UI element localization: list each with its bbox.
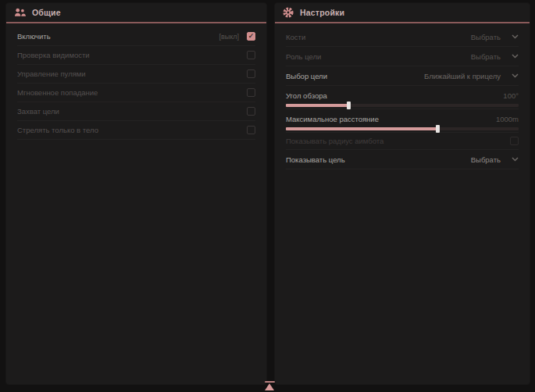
fov-slider[interactable] <box>286 104 519 107</box>
show-target-dropdown-value: Выбрать <box>471 155 501 164</box>
chevron-down-icon <box>512 157 519 162</box>
chevron-down-icon <box>512 73 519 78</box>
show-radius-checkbox[interactable]: ✓ <box>510 137 519 145</box>
settings-rows: Кости Выбрать Роль цели Выбрать Выбор це… <box>275 23 530 169</box>
checkmark-icon: ✓ <box>248 33 255 40</box>
fov-label: Угол обзора <box>286 91 327 100</box>
cursor-triangle <box>265 383 274 390</box>
row-instant-hit[interactable]: Мгновенное попадание ✓ <box>17 84 255 102</box>
up-arrow-cursor <box>262 381 276 390</box>
target-role-dropdown-value: Выбрать <box>471 52 501 61</box>
max-distance-value: 1000m <box>496 115 519 123</box>
panel-settings-title: Настройки <box>300 8 344 17</box>
row-show-radius[interactable]: Показывать радиус аимбота ✓ <box>286 133 519 150</box>
bones-label: Кости <box>286 33 305 41</box>
row-bones: Кости Выбрать <box>286 27 519 47</box>
chevron-down-icon <box>512 54 519 59</box>
row-body-only[interactable]: Стрелять только в тело ✓ <box>17 121 255 140</box>
row-enable[interactable]: Включить [выкл] ✓ <box>17 27 255 46</box>
instant-hit-label: Мгновенное попадание <box>17 88 98 97</box>
max-distance-label: Максимальное расстояние <box>286 115 379 123</box>
gear-icon <box>283 7 294 18</box>
row-target-role: Роль цели Выбрать <box>286 47 519 66</box>
visibility-check-label: Проверка видимости <box>17 51 90 59</box>
target-selection-dropdown-value: Ближайший к прицелу <box>424 72 501 80</box>
fov-value: 100° <box>503 91 519 100</box>
panel-general-title: Общие <box>32 8 61 17</box>
max-distance-slider-fill <box>286 127 437 130</box>
bullet-control-checkbox[interactable]: ✓ <box>247 69 255 78</box>
row-target-selection: Выбор цели Ближайший к прицелу <box>286 66 519 86</box>
show-target-dropdown[interactable]: Выбрать <box>471 155 519 164</box>
max-distance-slider[interactable] <box>286 127 519 130</box>
users-icon <box>14 8 26 17</box>
panel-settings: Настройки Кости Выбрать Роль цели Выбрат… <box>275 3 530 384</box>
enable-checkbox[interactable]: ✓ <box>247 32 255 41</box>
row-bullet-control[interactable]: Управление пулями ✓ <box>17 65 255 84</box>
panel-general: Общие Включить [выкл] ✓ Проверка видимос… <box>6 3 266 384</box>
row-show-target: Показывать цель Выбрать <box>286 150 519 169</box>
target-role-dropdown[interactable]: Выбрать <box>471 52 519 61</box>
max-distance-slider-thumb[interactable] <box>436 125 440 133</box>
bones-dropdown[interactable]: Выбрать <box>471 33 519 41</box>
row-max-distance: Максимальное расстояние 1000m <box>286 109 519 133</box>
target-lock-label: Захват цели <box>17 107 59 116</box>
bullet-control-label: Управление пулями <box>17 69 86 78</box>
chevron-down-icon <box>512 34 519 39</box>
cursor-line <box>265 381 275 383</box>
row-target-lock[interactable]: Захват цели ✓ <box>17 102 255 121</box>
show-target-label: Показывать цель <box>286 155 345 164</box>
visibility-check-checkbox[interactable]: ✓ <box>247 51 255 59</box>
panel-settings-header[interactable]: Настройки <box>275 3 530 23</box>
enable-label: Включить <box>17 32 51 41</box>
target-role-label: Роль цели <box>286 52 321 61</box>
show-radius-label: Показывать радиус аимбота <box>286 137 383 145</box>
fov-slider-fill <box>286 104 348 107</box>
bones-dropdown-value: Выбрать <box>471 33 501 41</box>
row-fov: Угол обзора 100° <box>286 86 519 109</box>
instant-hit-checkbox[interactable]: ✓ <box>247 88 255 97</box>
row-visibility-check[interactable]: Проверка видимости ✓ <box>17 46 255 65</box>
enable-hotkey: [выкл] <box>219 33 239 41</box>
general-rows: Включить [выкл] ✓ Проверка видимости ✓ У… <box>6 23 266 140</box>
target-selection-label: Выбор цели <box>286 72 327 80</box>
fov-slider-thumb[interactable] <box>347 102 351 109</box>
body-only-checkbox[interactable]: ✓ <box>247 126 255 134</box>
body-only-label: Стрелять только в тело <box>17 126 98 134</box>
panel-general-header[interactable]: Общие <box>6 3 266 23</box>
target-lock-checkbox[interactable]: ✓ <box>247 107 255 116</box>
target-selection-dropdown[interactable]: Ближайший к прицелу <box>424 72 519 80</box>
